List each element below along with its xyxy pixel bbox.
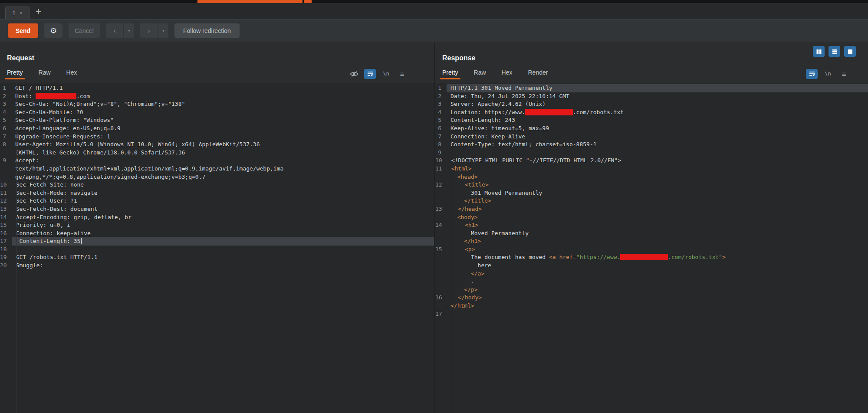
code-line[interactable]: 20Smuggle:	[0, 262, 434, 270]
new-tab-button[interactable]: +	[34, 7, 45, 19]
code-line[interactable]: <head>	[435, 173, 868, 181]
code-line[interactable]: 1HTTP/1.1 301 Moved Permanently	[435, 84, 868, 92]
code-line[interactable]: 8User-Agent: Mozilla/5.0 (Windows NT 10.…	[0, 141, 434, 149]
code-line[interactable]: 301 Moved Permanently	[435, 189, 868, 197]
tab-pretty[interactable]: Pretty	[7, 69, 23, 79]
tab-raw[interactable]: Raw	[39, 69, 51, 79]
tab-hex[interactable]: Hex	[66, 69, 77, 79]
cancel-button[interactable]: Cancel	[69, 23, 100, 38]
code-line[interactable]: 9	[435, 149, 868, 157]
code-segment: (KHTML, like Gecko) Chrome/138.0.0.0 Saf…	[15, 149, 185, 156]
tab-render[interactable]: Render	[528, 69, 548, 79]
code-line[interactable]: 15Priority: u=0, i	[0, 221, 434, 229]
code-line[interactable]: 7Upgrade-Insecure-Requests: 1	[0, 133, 434, 141]
hide-nonprinting-icon[interactable]	[348, 69, 360, 79]
code-line[interactable]: text/html,application/xhtml+xml,applicat…	[0, 165, 434, 173]
code-line[interactable]: 15 <p>	[435, 246, 868, 254]
code-segment: Location: https://www.	[450, 109, 525, 115]
code-line[interactable]: 5Sec-Ch-Ua-Platform: "Windows"	[0, 116, 434, 125]
code-line[interactable]: 12 <title>	[435, 181, 868, 189]
code-line[interactable]: 2Date: Thu, 24 Jul 2025 22:10:14 GMT	[435, 92, 868, 101]
code-line[interactable]: 7Connection: Keep-Alive	[435, 133, 868, 141]
line-number	[0, 173, 11, 181]
code-line[interactable]: 4Location: https://www.XXXXXXXXXXXXXX.co…	[435, 108, 868, 117]
code-line[interactable]: <body>	[435, 213, 868, 222]
code-line[interactable]: </p>	[435, 286, 868, 294]
forward-button[interactable]: ›	[140, 23, 158, 38]
code-line[interactable]: </html>	[435, 302, 868, 310]
code-line[interactable]: 16Connection: keep-alive	[0, 229, 434, 238]
line-number: 4	[0, 108, 11, 117]
code-line[interactable]: 3Server: Apache/2.4.62 (Unix)	[435, 100, 868, 108]
code-line[interactable]: 5Content-Length: 243	[435, 116, 868, 125]
code-line[interactable]: 11Sec-Fetch-Mode: navigate	[0, 189, 434, 197]
soft-wrap-icon[interactable]	[364, 69, 376, 79]
code-line[interactable]: 19GET /robots.txt HTTP/1.1	[0, 253, 434, 262]
code-line[interactable]: ge/apng,*/*;q=0.8,application/signed-exc…	[0, 173, 434, 181]
code-text: </a>	[447, 270, 868, 278]
single-layout-button[interactable]	[844, 46, 856, 57]
code-line[interactable]: 18	[0, 246, 434, 254]
tab-pretty[interactable]: Pretty	[442, 69, 458, 79]
editor-menu-icon[interactable]: ≡	[838, 69, 850, 79]
code-line[interactable]: 10<!DOCTYPE HTML PUBLIC "-//IETF//DTD HT…	[435, 157, 868, 165]
tab-hex[interactable]: Hex	[502, 69, 513, 79]
code-line[interactable]: 14Accept-Encoding: gzip, deflate, br	[0, 213, 434, 222]
code-line[interactable]: 17 Content-Length: 35	[0, 237, 434, 246]
code-line[interactable]: 6Keep-Alive: timeout=5, max=99	[435, 125, 868, 133]
settings-gear-button[interactable]: ⚙	[44, 23, 62, 38]
code-line[interactable]: 13Sec-Fetch-Dest: document	[0, 205, 434, 213]
code-segment: .com/robots.txt	[573, 109, 624, 115]
rows-layout-button[interactable]	[829, 46, 840, 57]
code-line[interactable]: 9Accept:	[0, 157, 434, 165]
tab-raw[interactable]: Raw	[474, 69, 486, 79]
soft-wrap-icon[interactable]	[806, 69, 818, 79]
code-line[interactable]: 8Content-Type: text/html; charset=iso-88…	[435, 141, 868, 149]
code-text: </html>	[447, 302, 868, 310]
code-line[interactable]: 4Sec-Ch-Ua-Mobile: ?0	[0, 108, 434, 117]
newline-toggle-icon[interactable]: \n	[822, 69, 834, 79]
close-tab-icon[interactable]: ×	[20, 10, 23, 16]
code-line[interactable]: 1GET / HTTP/1.1	[0, 84, 434, 92]
forward-history-dropdown[interactable]: ▾	[158, 23, 168, 38]
code-line[interactable]: </title>	[435, 197, 868, 205]
editor-menu-icon[interactable]: ≡	[396, 69, 408, 79]
code-segment	[450, 197, 464, 204]
code-line[interactable]: 16 </body>	[435, 294, 868, 302]
request-tab-group: PrettyRawHex	[7, 69, 93, 79]
code-segment: ge/apng,*/*;q=0.8,application/signed-exc…	[15, 174, 205, 180]
line-number: 3	[435, 100, 447, 108]
code-line[interactable]: 12Sec-Fetch-User: ?1	[0, 197, 434, 205]
code-line[interactable]: The document has moved <a href="https://…	[435, 253, 868, 262]
code-line[interactable]: Moved Permanently	[435, 229, 868, 238]
response-editor[interactable]: 1HTTP/1.1 301 Moved Permanently2Date: Th…	[435, 83, 868, 413]
code-line[interactable]: 2Host: XXXXXXXXXXXX.com	[0, 92, 434, 101]
request-editor[interactable]: 1GET / HTTP/1.12Host: XXXXXXXXXXXX.com3S…	[0, 83, 434, 413]
back-button[interactable]: ‹	[106, 23, 123, 38]
code-line[interactable]: 3Sec-Ch-Ua: "Not)A;Brand";v="8", "Chromi…	[0, 100, 434, 108]
columns-layout-button[interactable]	[813, 46, 825, 57]
code-line[interactable]: here	[435, 262, 868, 270]
code-line[interactable]: 11<html>	[435, 165, 868, 173]
code-line[interactable]: 6Accept-Language: en-US,en;q=0.9	[0, 125, 434, 133]
back-history-dropdown[interactable]: ▾	[124, 23, 134, 38]
code-text	[447, 149, 868, 157]
code-text	[447, 310, 868, 318]
code-text: </p>	[447, 286, 868, 294]
code-text: HTTP/1.1 301 Moved Permanently	[447, 84, 868, 92]
repeater-tab-1[interactable]: 1 ×	[5, 7, 30, 19]
code-line[interactable]: </h1>	[435, 237, 868, 246]
code-segment	[451, 181, 465, 188]
follow-redirection-button[interactable]: Follow redirection	[174, 23, 240, 38]
code-line[interactable]: 13 </head>	[435, 205, 868, 213]
code-line[interactable]: .	[435, 278, 868, 286]
code-segment: .com	[76, 93, 90, 99]
send-button[interactable]: Send	[8, 23, 38, 38]
code-line[interactable]: 14 <h1>	[435, 221, 868, 229]
newline-toggle-icon[interactable]: \n	[380, 69, 392, 79]
code-line[interactable]: 10Sec-Fetch-Site: none	[0, 181, 434, 189]
code-line[interactable]: (KHTML, like Gecko) Chrome/138.0.0.0 Saf…	[0, 149, 434, 157]
code-line[interactable]: </a>	[435, 270, 868, 278]
layout-controls	[813, 46, 856, 57]
code-line[interactable]: 17	[435, 310, 868, 318]
